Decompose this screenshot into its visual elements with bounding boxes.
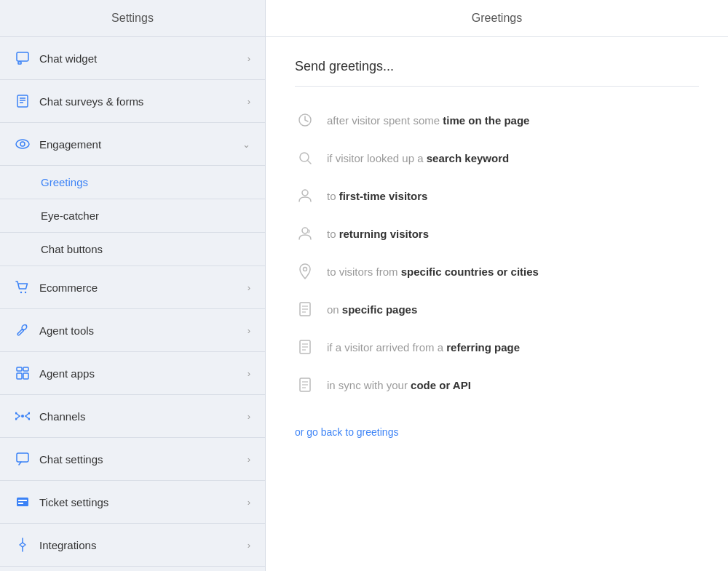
- greeting-option-countries[interactable]: to visitors from specific countries or c…: [295, 252, 699, 290]
- sidebar-item-integrations[interactable]: Integrations ›: [0, 524, 265, 567]
- engagement-label: Engagement: [39, 138, 242, 151]
- sidebar-item-label: Chat surveys & forms: [39, 95, 248, 108]
- surveys-icon: [15, 93, 31, 109]
- specific-pages-text: on specific pages: [327, 303, 417, 316]
- svg-rect-19: [17, 453, 28, 462]
- greeting-option-first-time[interactable]: to first-time visitors: [295, 177, 699, 215]
- svg-point-14: [21, 415, 24, 418]
- engagement-subitems: Greetings Eye-catcher Chat buttons: [0, 165, 265, 265]
- sidebar-item-ticket-settings[interactable]: Ticket settings ›: [0, 481, 265, 524]
- code-api-icon: [295, 375, 315, 395]
- chevron-right-icon: ›: [248, 325, 250, 336]
- sidebar-item-security[interactable]: Security ›: [0, 567, 265, 571]
- wrench-icon: [15, 322, 31, 338]
- returning-visitors-text: to returning visitors: [327, 228, 429, 240]
- svg-point-7: [20, 142, 25, 146]
- sidebar-item-label: Channels: [39, 410, 248, 423]
- sidebar-item-label: Chat settings: [39, 453, 248, 466]
- integrations-icon: [15, 537, 31, 553]
- sidebar: Settings Chat widget › Chat surveys & fo…: [0, 0, 266, 571]
- chevron-right-icon: ›: [248, 497, 250, 508]
- chevron-down-icon: ⌄: [242, 139, 250, 150]
- greetings-content: Send greetings... after visitor spent so…: [266, 37, 728, 460]
- location-icon: [295, 261, 315, 281]
- countries-text: to visitors from specific countries or c…: [327, 265, 539, 278]
- sidebar-item-eye-catcher[interactable]: Eye-catcher: [0, 199, 265, 232]
- svg-rect-10: [17, 367, 22, 371]
- search-icon: [295, 148, 315, 168]
- ticket-icon: [15, 494, 31, 510]
- search-keyword-text: if visitor looked up a search keyword: [327, 152, 509, 164]
- svg-rect-2: [17, 95, 28, 107]
- go-back-link[interactable]: or go back to greetings: [295, 426, 398, 438]
- chevron-right-icon: ›: [248, 282, 250, 293]
- svg-point-8: [20, 292, 22, 293]
- sidebar-item-greetings[interactable]: Greetings: [0, 165, 265, 199]
- svg-point-24: [300, 153, 309, 161]
- greeting-option-time[interactable]: after visitor spent some time on the pag…: [295, 101, 699, 139]
- sidebar-item-label: Agent apps: [39, 367, 248, 380]
- svg-rect-22: [18, 503, 23, 504]
- greeting-option-pages[interactable]: on specific pages: [295, 290, 699, 328]
- svg-point-6: [16, 140, 29, 148]
- svg-rect-13: [23, 373, 28, 379]
- channels-icon: [15, 408, 31, 424]
- chevron-right-icon: ›: [248, 96, 250, 107]
- cart-icon: [15, 279, 31, 295]
- svg-rect-11: [23, 367, 28, 371]
- chevron-right-icon: ›: [248, 53, 250, 64]
- sidebar-item-label: Agent tools: [39, 324, 248, 337]
- sidebar-item-ecommerce[interactable]: Ecommerce ›: [0, 266, 265, 309]
- main-content-area: Greetings Send greetings... after visito…: [266, 0, 728, 571]
- svg-rect-12: [17, 373, 22, 379]
- page-icon: [295, 299, 315, 319]
- sidebar-item-engagement[interactable]: Engagement ⌄: [0, 123, 265, 165]
- code-api-text: in sync with your code or API: [327, 379, 471, 391]
- sidebar-item-label: Integrations: [39, 539, 248, 551]
- greeting-option-search[interactable]: if visitor looked up a search keyword: [295, 139, 699, 177]
- send-greetings-title: Send greetings...: [295, 59, 699, 87]
- svg-point-26: [302, 228, 308, 233]
- greeting-option-returning[interactable]: to returning visitors: [295, 215, 699, 252]
- engagement-section: Engagement ⌄ Greetings Eye-catcher Chat …: [0, 123, 265, 266]
- svg-rect-21: [18, 500, 27, 501]
- sidebar-item-chat-widget[interactable]: Chat widget ›: [0, 37, 265, 80]
- sidebar-item-label: Ticket settings: [39, 496, 248, 508]
- sidebar-item-label: Ecommerce: [39, 281, 248, 294]
- widget-icon: [15, 50, 31, 66]
- sidebar-item-chat-surveys[interactable]: Chat surveys & forms ›: [0, 80, 265, 123]
- time-on-page-text: after visitor spent some time on the pag…: [327, 114, 529, 127]
- returning-person-icon: [295, 223, 315, 244]
- chevron-right-icon: ›: [248, 368, 250, 379]
- svg-point-27: [304, 268, 307, 271]
- sidebar-item-label: Chat widget: [39, 52, 248, 65]
- eye-icon: [15, 136, 31, 152]
- sidebar-header: Settings: [0, 0, 265, 37]
- chevron-right-icon: ›: [248, 411, 250, 422]
- referring-page-text: if a visitor arrived from a referring pa…: [327, 341, 520, 354]
- greeting-option-referring[interactable]: if a visitor arrived from a referring pa…: [295, 328, 699, 366]
- apps-icon: [15, 365, 31, 381]
- first-time-visitors-text: to first-time visitors: [327, 190, 427, 202]
- sidebar-item-chat-settings[interactable]: Chat settings ›: [0, 438, 265, 481]
- person-icon: [295, 185, 315, 206]
- chat-icon: [15, 451, 31, 467]
- main-header: Greetings: [266, 0, 728, 37]
- svg-point-9: [25, 292, 26, 293]
- svg-rect-0: [17, 52, 28, 61]
- sidebar-item-channels[interactable]: Channels ›: [0, 395, 265, 438]
- greeting-option-code-api[interactable]: in sync with your code or API: [295, 366, 699, 404]
- svg-rect-20: [17, 498, 28, 506]
- chevron-right-icon: ›: [248, 454, 250, 465]
- chevron-right-icon: ›: [248, 540, 250, 551]
- sidebar-item-agent-apps[interactable]: Agent apps ›: [0, 352, 265, 395]
- sidebar-item-chat-buttons[interactable]: Chat buttons: [0, 232, 265, 265]
- clock-icon: [295, 110, 315, 130]
- svg-rect-1: [18, 62, 21, 64]
- svg-point-25: [302, 190, 308, 196]
- referring-page-icon: [295, 337, 315, 357]
- sidebar-item-agent-tools[interactable]: Agent tools ›: [0, 309, 265, 352]
